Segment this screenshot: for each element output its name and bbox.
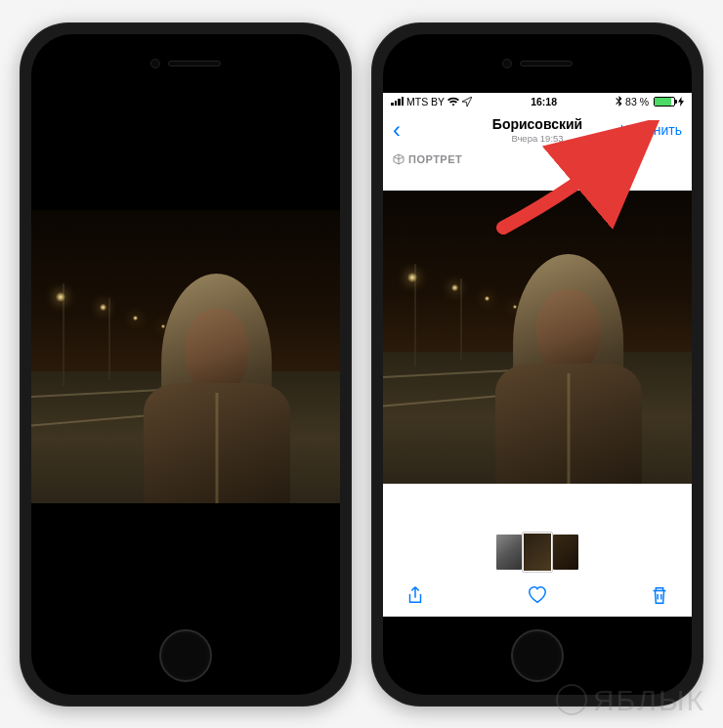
portrait-badge: ПОРТРЕТ: [383, 150, 692, 173]
nav-bar: ‹ Борисовский Вчера 19:53 Изменить: [383, 110, 692, 150]
cellular-signal-icon: [391, 97, 404, 106]
thumbnail[interactable]: [496, 535, 522, 570]
photo-fullscreen[interactable]: [31, 210, 340, 503]
battery-icon: [654, 97, 675, 107]
thumbnail-strip[interactable]: [383, 533, 692, 572]
portrait-badge-label: ПОРТРЕТ: [408, 153, 462, 165]
edit-button[interactable]: Изменить: [620, 122, 682, 138]
phone-frame-right: MTS BY 16:18 83 % ‹ Борисовский Вчера 19…: [371, 22, 703, 707]
speaker-slot: [168, 61, 221, 66]
speaker-slot: [520, 61, 573, 66]
phone-inner: MTS BY 16:18 83 % ‹ Борисовский Вчера 19…: [383, 34, 692, 695]
thumbnail-selected[interactable]: [523, 533, 552, 572]
clock-label: 16:18: [531, 96, 557, 107]
battery-percent-label: 83 %: [625, 96, 649, 107]
home-area: [31, 617, 340, 695]
charging-icon: [678, 97, 684, 107]
front-camera: [150, 59, 160, 68]
speaker-area: [31, 34, 340, 93]
home-area: [383, 617, 692, 695]
thumbnail[interactable]: [553, 535, 578, 570]
bottom-toolbar: [383, 574, 692, 617]
bluetooth-icon: [616, 96, 622, 107]
location-icon: [462, 97, 472, 107]
wifi-icon: [447, 97, 459, 107]
trash-icon[interactable]: [649, 584, 670, 606]
front-camera: [502, 59, 512, 68]
nav-title: Борисовский: [492, 116, 582, 132]
screen-left[interactable]: [31, 93, 340, 617]
home-button[interactable]: [511, 629, 564, 682]
carrier-label: MTS BY: [406, 96, 445, 107]
cube-icon: [393, 153, 404, 165]
share-icon[interactable]: [404, 584, 426, 606]
phone-inner: [31, 34, 340, 695]
heart-icon[interactable]: [527, 584, 548, 606]
watermark: ЯБЛЫК: [556, 684, 705, 718]
photo-preview[interactable]: [383, 191, 692, 484]
phone-frame-left: [20, 22, 352, 707]
screen-right: MTS BY 16:18 83 % ‹ Борисовский Вчера 19…: [383, 93, 692, 617]
status-bar: MTS BY 16:18 83 %: [383, 93, 692, 110]
home-button[interactable]: [159, 629, 212, 682]
nav-subtitle: Вчера 19:53: [492, 133, 582, 144]
speaker-area: [383, 34, 692, 93]
back-button[interactable]: ‹: [393, 116, 401, 144]
